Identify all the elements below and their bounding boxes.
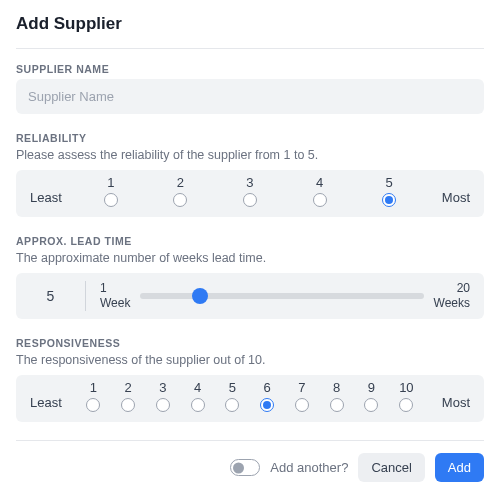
supplier-name-input[interactable] [16,79,484,114]
dialog-title: Add Supplier [16,14,484,34]
responsiveness-option-2[interactable]: 2 [121,381,135,412]
responsiveness-option-10[interactable]: 10 [399,381,413,412]
reliability-desc: Please assess the reliability of the sup… [16,148,484,162]
responsiveness-option-6[interactable]: 6 [260,381,274,412]
responsiveness-radio[interactable] [225,398,239,412]
add-another-label: Add another? [270,460,348,475]
lead-time-desc: The approximate number of weeks lead tim… [16,251,484,265]
reliability-option-label: 4 [316,176,323,189]
responsiveness-option-4[interactable]: 4 [191,381,205,412]
responsiveness-option-label: 10 [399,381,413,394]
reliability-radio[interactable] [382,193,396,207]
supplier-name-label: SUPPLIER NAME [16,63,484,75]
responsiveness-least-label: Least [30,395,68,412]
responsiveness-option-3[interactable]: 3 [156,381,170,412]
responsiveness-option-label: 6 [264,381,271,394]
responsiveness-option-label: 1 [90,381,97,394]
responsiveness-option-label: 2 [125,381,132,394]
lead-time-slider-box: 5 1 Week 20 Weeks [16,273,484,319]
responsiveness-option-8[interactable]: 8 [330,381,344,412]
responsiveness-radio[interactable] [121,398,135,412]
responsiveness-radio[interactable] [191,398,205,412]
responsiveness-rating: Least 12345678910 Most [16,375,484,422]
reliability-label: RELIABILITY [16,132,484,144]
add-button[interactable]: Add [435,453,484,482]
reliability-option-label: 2 [177,176,184,189]
reliability-option-label: 1 [107,176,114,189]
reliability-option-4[interactable]: 4 [313,176,327,207]
reliability-radio[interactable] [104,193,118,207]
reliability-option-2[interactable]: 2 [173,176,187,207]
add-another-toggle[interactable] [230,459,260,476]
slider-thumb[interactable] [192,288,208,304]
responsiveness-radio[interactable] [156,398,170,412]
lead-time-max-label: 20 Weeks [434,281,470,311]
responsiveness-radio[interactable] [295,398,309,412]
lead-time-value: 5 [16,281,86,311]
reliability-option-1[interactable]: 1 [104,176,118,207]
responsiveness-field: RESPONSIVENESS The responsiveness of the… [16,337,484,422]
reliability-radio[interactable] [243,193,257,207]
responsiveness-option-label: 7 [298,381,305,394]
reliability-least-label: Least [30,190,68,207]
responsiveness-radio[interactable] [364,398,378,412]
reliability-option-label: 3 [246,176,253,189]
responsiveness-label: RESPONSIVENESS [16,337,484,349]
reliability-rating: Least 12345 Most [16,170,484,217]
cancel-button[interactable]: Cancel [358,453,424,482]
responsiveness-most-label: Most [432,395,470,412]
responsiveness-option-label: 8 [333,381,340,394]
footer-divider [16,440,484,441]
reliability-field: RELIABILITY Please assess the reliabilit… [16,132,484,217]
divider [16,48,484,49]
lead-time-slider[interactable] [140,287,423,305]
responsiveness-radio[interactable] [330,398,344,412]
responsiveness-radio[interactable] [399,398,413,412]
responsiveness-radio[interactable] [260,398,274,412]
responsiveness-radio[interactable] [86,398,100,412]
lead-time-field: APPROX. LEAD TIME The approximate number… [16,235,484,319]
reliability-option-5[interactable]: 5 [382,176,396,207]
supplier-name-field: SUPPLIER NAME [16,63,484,114]
reliability-option-3[interactable]: 3 [243,176,257,207]
responsiveness-desc: The responsiveness of the supplier out o… [16,353,484,367]
reliability-radio[interactable] [313,193,327,207]
lead-time-min-label: 1 Week [100,281,130,311]
responsiveness-option-label: 3 [159,381,166,394]
responsiveness-option-label: 9 [368,381,375,394]
responsiveness-option-label: 4 [194,381,201,394]
responsiveness-option-9[interactable]: 9 [364,381,378,412]
responsiveness-option-5[interactable]: 5 [225,381,239,412]
lead-time-label: APPROX. LEAD TIME [16,235,484,247]
reliability-radio[interactable] [173,193,187,207]
responsiveness-option-7[interactable]: 7 [295,381,309,412]
responsiveness-option-label: 5 [229,381,236,394]
reliability-option-label: 5 [386,176,393,189]
responsiveness-option-1[interactable]: 1 [86,381,100,412]
reliability-most-label: Most [432,190,470,207]
dialog-footer: Add another? Cancel Add [16,453,484,482]
